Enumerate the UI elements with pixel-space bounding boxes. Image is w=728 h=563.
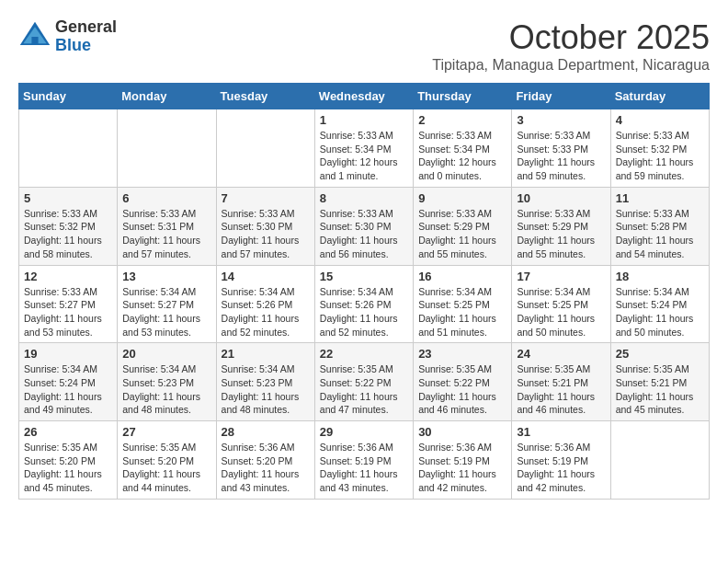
location-title: Tipitapa, Managua Department, Nicaragua (432, 57, 710, 74)
day-info: Sunrise: 5:33 AMSunset: 5:28 PMDaylight:… (616, 207, 704, 261)
day-info: Sunrise: 5:34 AMSunset: 5:24 PMDaylight:… (24, 362, 112, 417)
day-number: 18 (616, 270, 704, 283)
day-number: 5 (24, 191, 112, 205)
logo-text: General Blue (55, 18, 117, 55)
day-info: Sunrise: 5:33 AMSunset: 5:34 PMDaylight:… (418, 129, 506, 183)
day-number: 19 (24, 347, 112, 361)
calendar-cell: 25Sunrise: 5:35 AMSunset: 5:21 PMDayligh… (610, 343, 709, 421)
day-number: 17 (517, 270, 605, 283)
day-number: 30 (418, 425, 506, 439)
calendar-cell: 11Sunrise: 5:33 AMSunset: 5:28 PMDayligh… (610, 187, 709, 265)
day-number: 2 (418, 113, 506, 127)
day-number: 25 (616, 347, 704, 361)
calendar-header-friday: Friday (512, 84, 610, 109)
day-info: Sunrise: 5:33 AMSunset: 5:33 PMDaylight:… (517, 129, 605, 183)
month-title: October 2025 (432, 18, 710, 57)
calendar-header-row: SundayMondayTuesdayWednesdayThursdayFrid… (19, 84, 710, 109)
calendar-header-sunday: Sunday (19, 84, 118, 109)
day-number: 28 (222, 425, 310, 439)
day-info: Sunrise: 5:33 AMSunset: 5:29 PMDaylight:… (418, 207, 506, 261)
calendar-cell (610, 421, 709, 500)
calendar-week-row: 26Sunrise: 5:35 AMSunset: 5:20 PMDayligh… (19, 421, 710, 500)
day-number: 7 (222, 191, 310, 205)
calendar-cell: 31Sunrise: 5:36 AMSunset: 5:19 PMDayligh… (512, 421, 610, 500)
calendar-cell: 29Sunrise: 5:36 AMSunset: 5:19 PMDayligh… (314, 421, 413, 500)
calendar-week-row: 19Sunrise: 5:34 AMSunset: 5:24 PMDayligh… (19, 343, 710, 421)
calendar-header-monday: Monday (118, 84, 216, 109)
day-info: Sunrise: 5:35 AMSunset: 5:21 PMDaylight:… (517, 362, 605, 417)
day-number: 23 (418, 347, 506, 361)
day-number: 24 (517, 347, 605, 361)
calendar-cell: 15Sunrise: 5:34 AMSunset: 5:26 PMDayligh… (314, 265, 413, 343)
day-number: 14 (222, 270, 310, 283)
day-number: 27 (122, 425, 210, 439)
calendar: SundayMondayTuesdayWednesdayThursdayFrid… (18, 83, 710, 500)
day-info: Sunrise: 5:33 AMSunset: 5:29 PMDaylight:… (517, 207, 605, 261)
calendar-cell: 10Sunrise: 5:33 AMSunset: 5:29 PMDayligh… (512, 187, 610, 265)
day-info: Sunrise: 5:33 AMSunset: 5:31 PMDaylight:… (122, 207, 210, 261)
calendar-cell: 23Sunrise: 5:35 AMSunset: 5:22 PMDayligh… (414, 343, 512, 421)
day-info: Sunrise: 5:34 AMSunset: 5:23 PMDaylight:… (122, 362, 210, 417)
day-info: Sunrise: 5:33 AMSunset: 5:34 PMDaylight:… (320, 129, 408, 183)
calendar-cell: 26Sunrise: 5:35 AMSunset: 5:20 PMDayligh… (19, 421, 118, 500)
logo-blue-text: Blue (55, 37, 117, 55)
day-info: Sunrise: 5:36 AMSunset: 5:19 PMDaylight:… (320, 441, 408, 495)
day-number: 4 (616, 113, 704, 127)
calendar-cell: 5Sunrise: 5:33 AMSunset: 5:32 PMDaylight… (19, 187, 118, 265)
day-info: Sunrise: 5:34 AMSunset: 5:26 PMDaylight:… (320, 285, 408, 339)
day-info: Sunrise: 5:36 AMSunset: 5:20 PMDaylight:… (222, 441, 310, 495)
day-number: 29 (320, 425, 408, 439)
day-number: 21 (222, 347, 310, 361)
calendar-cell: 8Sunrise: 5:33 AMSunset: 5:30 PMDaylight… (314, 187, 413, 265)
day-info: Sunrise: 5:34 AMSunset: 5:26 PMDaylight:… (222, 285, 310, 339)
day-info: Sunrise: 5:36 AMSunset: 5:19 PMDaylight:… (517, 441, 605, 495)
calendar-cell: 3Sunrise: 5:33 AMSunset: 5:33 PMDaylight… (512, 109, 610, 188)
day-info: Sunrise: 5:33 AMSunset: 5:32 PMDaylight:… (616, 129, 704, 183)
logo-general-text: General (55, 18, 117, 37)
calendar-week-row: 1Sunrise: 5:33 AMSunset: 5:34 PMDaylight… (19, 109, 710, 188)
day-number: 15 (320, 270, 408, 283)
calendar-week-row: 12Sunrise: 5:33 AMSunset: 5:27 PMDayligh… (19, 265, 710, 343)
logo: General Blue (18, 18, 117, 55)
day-info: Sunrise: 5:35 AMSunset: 5:20 PMDaylight:… (24, 441, 112, 495)
day-info: Sunrise: 5:34 AMSunset: 5:25 PMDaylight:… (418, 285, 506, 339)
day-number: 31 (517, 425, 605, 439)
day-info: Sunrise: 5:34 AMSunset: 5:24 PMDaylight:… (616, 285, 704, 339)
calendar-cell: 27Sunrise: 5:35 AMSunset: 5:20 PMDayligh… (118, 421, 216, 500)
day-info: Sunrise: 5:35 AMSunset: 5:22 PMDaylight:… (320, 362, 408, 417)
calendar-cell: 24Sunrise: 5:35 AMSunset: 5:21 PMDayligh… (512, 343, 610, 421)
calendar-cell: 21Sunrise: 5:34 AMSunset: 5:23 PMDayligh… (216, 343, 314, 421)
day-number: 3 (517, 113, 605, 127)
calendar-cell: 28Sunrise: 5:36 AMSunset: 5:20 PMDayligh… (216, 421, 314, 500)
calendar-cell: 4Sunrise: 5:33 AMSunset: 5:32 PMDaylight… (610, 109, 709, 188)
calendar-cell (216, 109, 314, 188)
calendar-cell: 6Sunrise: 5:33 AMSunset: 5:31 PMDaylight… (118, 187, 216, 265)
day-info: Sunrise: 5:34 AMSunset: 5:27 PMDaylight:… (122, 285, 210, 339)
calendar-cell (19, 109, 118, 188)
day-info: Sunrise: 5:35 AMSunset: 5:21 PMDaylight:… (616, 362, 704, 417)
svg-rect-2 (31, 37, 38, 45)
day-number: 1 (320, 113, 408, 127)
header: General Blue October 2025 Tipitapa, Mana… (18, 18, 710, 74)
calendar-cell: 30Sunrise: 5:36 AMSunset: 5:19 PMDayligh… (414, 421, 512, 500)
calendar-cell: 9Sunrise: 5:33 AMSunset: 5:29 PMDaylight… (414, 187, 512, 265)
day-number: 20 (122, 347, 210, 361)
logo-icon (18, 20, 51, 53)
calendar-cell: 22Sunrise: 5:35 AMSunset: 5:22 PMDayligh… (314, 343, 413, 421)
calendar-cell: 7Sunrise: 5:33 AMSunset: 5:30 PMDaylight… (216, 187, 314, 265)
calendar-header-saturday: Saturday (610, 84, 709, 109)
title-area: October 2025 Tipitapa, Managua Departmen… (432, 18, 710, 74)
calendar-header-wednesday: Wednesday (314, 84, 413, 109)
day-info: Sunrise: 5:34 AMSunset: 5:25 PMDaylight:… (517, 285, 605, 339)
day-number: 13 (122, 270, 210, 283)
calendar-cell: 20Sunrise: 5:34 AMSunset: 5:23 PMDayligh… (118, 343, 216, 421)
day-info: Sunrise: 5:36 AMSunset: 5:19 PMDaylight:… (418, 441, 506, 495)
day-number: 11 (616, 191, 704, 205)
day-info: Sunrise: 5:33 AMSunset: 5:27 PMDaylight:… (24, 285, 112, 339)
day-info: Sunrise: 5:33 AMSunset: 5:30 PMDaylight:… (320, 207, 408, 261)
day-number: 16 (418, 270, 506, 283)
calendar-cell: 12Sunrise: 5:33 AMSunset: 5:27 PMDayligh… (19, 265, 118, 343)
calendar-cell: 17Sunrise: 5:34 AMSunset: 5:25 PMDayligh… (512, 265, 610, 343)
day-info: Sunrise: 5:33 AMSunset: 5:32 PMDaylight:… (24, 207, 112, 261)
calendar-cell: 16Sunrise: 5:34 AMSunset: 5:25 PMDayligh… (414, 265, 512, 343)
